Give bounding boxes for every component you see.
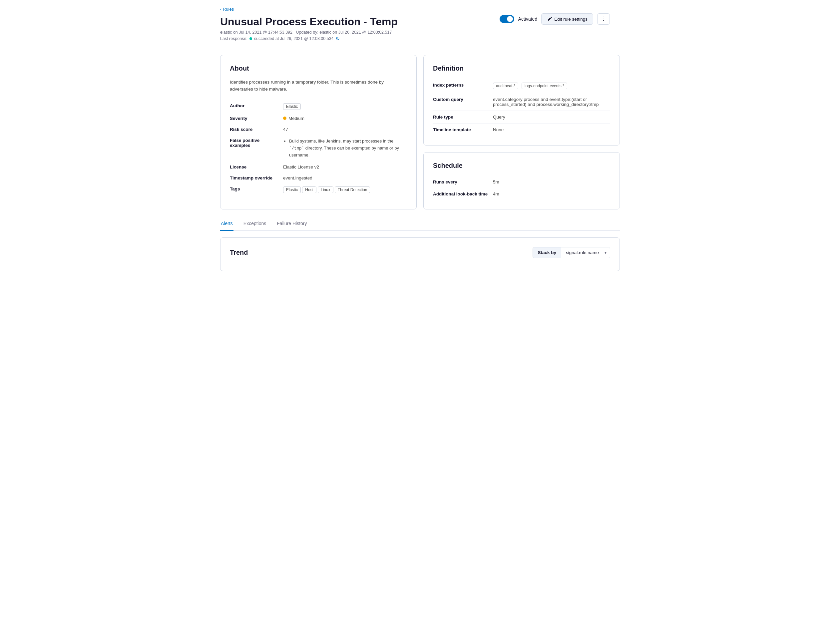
activated-label: Activated (518, 16, 538, 22)
trend-card: Trend Stack by signal.rule.namehost.name… (220, 237, 620, 271)
timestamp-value: event.ingested (283, 172, 407, 183)
false-positive-value: Build systems, like Jenkins, may start p… (283, 135, 407, 162)
stack-by-label: Stack by (533, 247, 561, 258)
author-value: Elastic (283, 100, 407, 113)
table-row: False positive examples Build systems, l… (230, 135, 407, 162)
tag: Elastic (283, 186, 301, 193)
index-patterns-label: Index patterns (433, 79, 493, 93)
definition-title: Definition (433, 65, 610, 72)
refresh-icon[interactable]: ↻ (336, 36, 340, 41)
table-row: Index patterns auditbeat-*logs-endpoint.… (433, 79, 610, 93)
tab-exceptions[interactable]: Exceptions (243, 218, 267, 231)
table-row: Risk score 47 (230, 124, 407, 135)
about-title: About (230, 65, 407, 72)
index-pattern-tag: auditbeat-* (493, 82, 518, 89)
table-row: Additional look-back time 4m (433, 188, 610, 200)
timeline-label: Timeline template (433, 123, 493, 136)
tag: Linux (318, 186, 333, 193)
more-options-button[interactable]: ⋮ (597, 13, 610, 25)
table-row: Timeline template None (433, 123, 610, 136)
runs-every-value: 5m (493, 176, 610, 188)
rule-type-value: Query (493, 111, 610, 123)
tag: Threat Detection (335, 186, 370, 193)
activated-toggle[interactable] (500, 15, 514, 23)
meta-created: elastic on Jul 14, 2021 @ 17:44:53.392 U… (220, 30, 620, 35)
schedule-title: Schedule (433, 162, 610, 169)
edit-rule-button[interactable]: Edit rule settings (541, 13, 593, 25)
index-pattern-tag: logs-endpoint.events.* (522, 82, 567, 89)
header-actions: Activated Edit rule settings ⋮ (500, 13, 610, 25)
cards-row: About Identifies processes running in a … (220, 55, 620, 210)
severity-dot (283, 117, 286, 120)
false-positive-label: False positive examples (230, 135, 283, 162)
about-card: About Identifies processes running in a … (220, 55, 417, 210)
schedule-table: Runs every 5m Additional look-back time … (433, 176, 610, 200)
definition-table: Index patterns auditbeat-*logs-endpoint.… (433, 79, 610, 136)
severity-value: Medium (283, 113, 407, 124)
timeline-value: None (493, 123, 610, 136)
trend-title: Trend (230, 249, 248, 256)
about-description: Identifies processes running in a tempor… (230, 79, 407, 93)
right-cards: Definition Index patterns auditbeat-*log… (423, 55, 620, 210)
about-table: Author Elastic Severity Medium (230, 100, 407, 196)
timestamp-label: Timestamp override (230, 172, 283, 183)
table-row: Severity Medium (230, 113, 407, 124)
tab-alerts[interactable]: Alerts (220, 218, 234, 231)
stack-by-select-wrap[interactable]: signal.rule.namehost.nameuser.nameproces… (561, 247, 610, 258)
last-response-label: Last response: (220, 36, 248, 41)
last-response-status: succeeded at Jul 26, 2021 @ 12:03:00.534 (254, 36, 334, 41)
last-response: Last response: succeeded at Jul 26, 2021… (220, 36, 620, 41)
table-row: License Elastic License v2 (230, 161, 407, 172)
edit-icon (547, 16, 552, 22)
table-row: Custom query event.category:process and … (433, 93, 610, 111)
lookback-value: 4m (493, 188, 610, 200)
custom-query-label: Custom query (433, 93, 493, 111)
divider (220, 48, 620, 48)
status-dot (249, 37, 252, 40)
risk-score-value: 47 (283, 124, 407, 135)
trend-header: Trend Stack by signal.rule.namehost.name… (230, 247, 610, 258)
author-tag: Elastic (283, 103, 301, 110)
tags-label: Tags (230, 183, 283, 196)
risk-score-label: Risk score (230, 124, 283, 135)
table-row: Timestamp override event.ingested (230, 172, 407, 183)
stack-by-control[interactable]: Stack by signal.rule.namehost.nameuser.n… (532, 247, 610, 258)
author-label: Author (230, 100, 283, 113)
schedule-card: Schedule Runs every 5m Additional look-b… (423, 152, 620, 210)
index-patterns-value: auditbeat-*logs-endpoint.events.* (493, 79, 610, 93)
severity-label: Severity (230, 113, 283, 124)
license-label: License (230, 161, 283, 172)
breadcrumb[interactable]: Rules (220, 7, 620, 12)
stack-by-select[interactable]: signal.rule.namehost.nameuser.nameproces… (561, 247, 610, 258)
custom-query-value: event.category:process and event.type:(s… (493, 93, 610, 111)
tags-value: ElasticHostLinuxThreat Detection (283, 183, 407, 196)
runs-every-label: Runs every (433, 176, 493, 188)
tag: Host (302, 186, 316, 193)
table-row: Author Elastic (230, 100, 407, 113)
tabs-row: AlertsExceptionsFailure History (220, 218, 620, 231)
rule-type-label: Rule type (433, 111, 493, 123)
definition-card: Definition Index patterns auditbeat-*log… (423, 55, 620, 145)
table-row: Tags ElasticHostLinuxThreat Detection (230, 183, 407, 196)
lookback-label: Additional look-back time (433, 188, 493, 200)
table-row: Rule type Query (433, 111, 610, 123)
license-value: Elastic License v2 (283, 161, 407, 172)
table-row: Runs every 5m (433, 176, 610, 188)
tab-failure-history[interactable]: Failure History (276, 218, 308, 231)
